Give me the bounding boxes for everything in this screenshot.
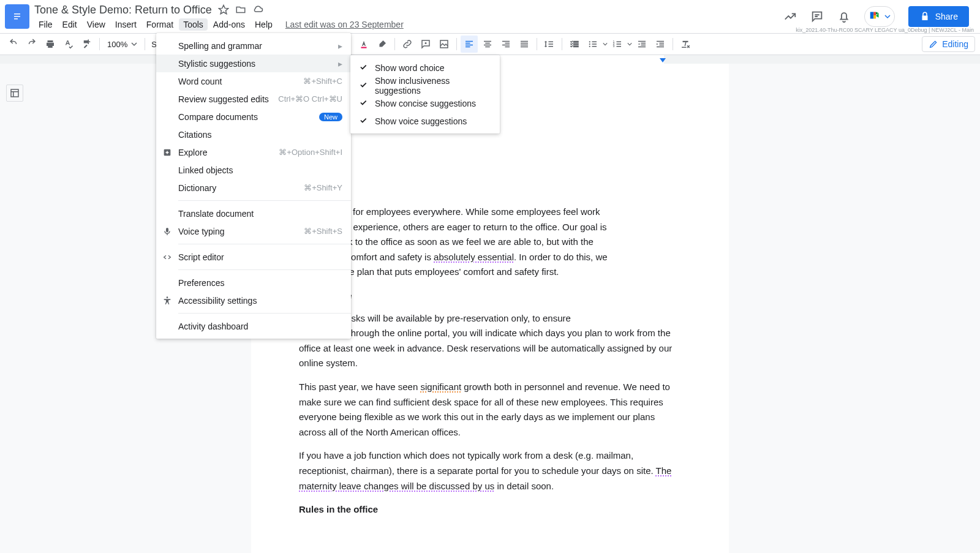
toolbar: 100% Subtitl 123 Editing [0, 33, 980, 55]
align-right-button[interactable] [497, 36, 514, 53]
submenu-item-show-inclusiveness-suggestions[interactable]: Show inclusiveness suggestions [350, 77, 500, 94]
menu-item-activity-dashboard[interactable]: Activity dashboard [156, 317, 351, 335]
line-spacing-button[interactable] [541, 36, 558, 53]
svg-point-5 [589, 46, 590, 47]
menu-item-voice-typing[interactable]: Voice typing⌘+Shift+S [156, 222, 351, 240]
menu-help[interactable]: Help [251, 18, 277, 31]
cloud-status-icon[interactable] [252, 4, 263, 15]
align-left-button[interactable] [461, 36, 478, 53]
menu-item-explore[interactable]: Explore⌘+Option+Shift+I [156, 143, 351, 161]
menu-shortcut: Ctrl+⌘O Ctrl+⌘U [278, 94, 342, 103]
align-justify-button[interactable] [516, 36, 533, 53]
chevron-down-icon [131, 41, 137, 47]
menu-tools[interactable]: Tools [179, 18, 208, 31]
menu-item-label: Spelling and grammar [178, 41, 262, 51]
toolbar-separator [394, 38, 395, 50]
paint-format-button[interactable] [78, 36, 96, 53]
menu-item-label: Translate document [178, 209, 254, 219]
svg-text:3: 3 [613, 44, 615, 48]
document-canvas[interactable]: been difficult for employees everywhere.… [0, 64, 980, 553]
menu-item-label: Review suggested edits [178, 94, 269, 104]
menu-item-label: Preferences [178, 278, 224, 288]
chevron-down-icon[interactable] [603, 42, 608, 47]
svg-rect-2 [440, 40, 448, 48]
clear-format-button[interactable] [677, 36, 694, 53]
menu-file[interactable]: File [34, 18, 57, 31]
activity-icon[interactable] [783, 10, 797, 23]
star-icon[interactable] [218, 4, 229, 15]
menu-item-translate-document[interactable]: Translate document [156, 205, 351, 222]
decrease-indent-button[interactable] [633, 36, 650, 53]
menu-item-script-editor[interactable]: Script editor [156, 248, 351, 266]
submenu-item-show-concise-suggestions[interactable]: Show concise suggestions [350, 94, 500, 112]
move-icon[interactable] [235, 4, 246, 15]
chevron-down-icon[interactable] [627, 42, 632, 47]
new-badge: New [319, 113, 342, 121]
zoom-select[interactable]: 100% [104, 40, 141, 49]
menu-view[interactable]: View [83, 18, 110, 31]
debug-build-label: kix_2021.40-Thu-RC00 SCARY LEGACY ua_0De… [796, 27, 974, 33]
suggestion-span[interactable]: absolutely essential [434, 252, 514, 262]
menu-addons[interactable]: Add-ons [209, 18, 249, 31]
menu-item-spelling-and-grammar[interactable]: Spelling and grammar▸ [156, 37, 351, 55]
comments-icon[interactable] [810, 10, 824, 23]
menu-item-linked-objects[interactable]: Linked objects [156, 161, 351, 179]
submenu-item-show-word-choice[interactable]: Show word choice [350, 59, 500, 77]
share-button[interactable]: Share [908, 6, 969, 27]
link-button[interactable] [399, 36, 416, 53]
document-title[interactable]: Tone & Style Demo: Return to Office [34, 4, 212, 17]
menu-item-citations[interactable]: Citations [156, 126, 351, 143]
submenu-item-label: Show inclusiveness suggestions [375, 76, 491, 96]
notifications-icon[interactable] [837, 10, 851, 23]
submenu-item-show-voice-suggestions[interactable]: Show voice suggestions [350, 112, 500, 130]
numbered-list-button[interactable]: 123 [609, 36, 626, 53]
submenu-item-label: Show concise suggestions [375, 99, 476, 108]
menu-shortcut: ⌘+Shift+Y [304, 183, 342, 192]
body-paragraph: been difficult for employees everywhere.… [299, 205, 681, 280]
align-center-button[interactable] [479, 36, 496, 53]
chevron-down-icon [884, 13, 891, 20]
suggestion-span[interactable]: significant [420, 382, 461, 392]
menu-item-stylistic-suggestions[interactable]: Stylistic suggestions▸ [156, 55, 351, 72]
menu-item-label: Compare documents [178, 112, 258, 122]
redo-button[interactable] [23, 36, 40, 53]
undo-button[interactable] [5, 36, 22, 53]
submenu-caret-icon: ▸ [338, 41, 342, 51]
check-icon [359, 80, 368, 91]
menu-item-review-suggested-edits[interactable]: Review suggested editsCtrl+⌘O Ctrl+⌘U [156, 90, 351, 108]
insert-image-button[interactable] [435, 36, 453, 53]
menu-item-accessibility-settings[interactable]: Accessibility settings [156, 292, 351, 309]
menu-item-preferences[interactable]: Preferences [156, 274, 351, 292]
print-button[interactable] [42, 36, 59, 53]
add-comment-button[interactable] [417, 36, 434, 53]
checklist-button[interactable] [566, 36, 583, 53]
menu-insert[interactable]: Insert [111, 18, 141, 31]
menu-item-label: Accessibility settings [178, 296, 257, 306]
svg-point-11 [167, 296, 168, 298]
editing-mode-chip[interactable]: Editing [922, 36, 975, 52]
highlight-button[interactable] [374, 36, 391, 53]
check-icon [359, 98, 368, 108]
outline-toggle-button[interactable] [6, 85, 23, 102]
increase-indent-button[interactable] [652, 36, 669, 53]
toolbar-separator [99, 38, 100, 50]
last-edit-link[interactable]: Last edit was on 23 September [285, 20, 404, 29]
menu-item-label: Explore [178, 148, 207, 157]
docs-home-icon[interactable] [5, 4, 29, 29]
menu-item-compare-documents[interactable]: Compare documentsNew [156, 108, 351, 126]
meet-button[interactable] [864, 6, 895, 27]
menubar: File Edit View Insert Format Tools Add-o… [34, 18, 404, 31]
toolbar-separator [537, 38, 537, 50]
text-color-button[interactable] [355, 36, 372, 53]
menu-item-dictionary[interactable]: Dictionary⌘+Shift+Y [156, 179, 351, 197]
menu-item-label: Activity dashboard [178, 322, 248, 331]
bullet-list-button[interactable] [584, 36, 601, 53]
menu-edit[interactable]: Edit [58, 18, 81, 31]
menu-format[interactable]: Format [142, 18, 178, 31]
spellcheck-button[interactable] [60, 36, 77, 53]
body-paragraph: This past year, we have seen significant… [299, 380, 681, 440]
zoom-value: 100% [107, 40, 127, 49]
menu-item-word-count[interactable]: Word count⌘+Shift+C [156, 72, 351, 90]
pencil-icon [929, 39, 938, 49]
share-button-label: Share [935, 12, 958, 21]
